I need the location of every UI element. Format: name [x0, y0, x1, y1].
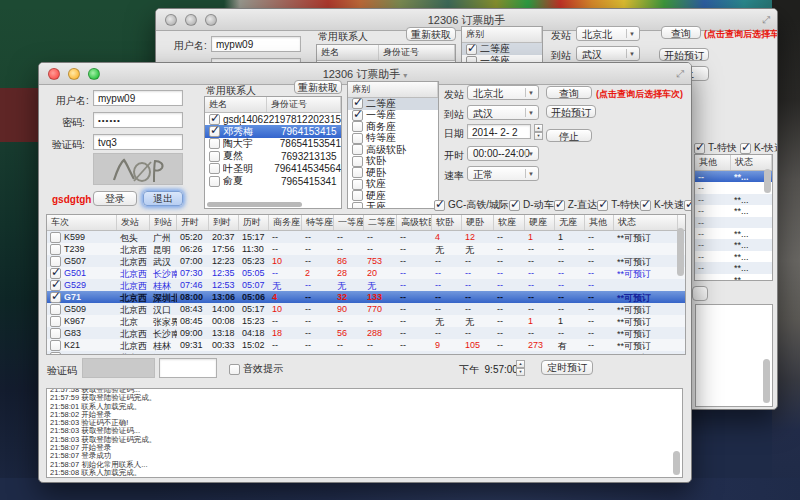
seat-class-item[interactable]: 高级软卧: [348, 144, 438, 156]
checkbox-icon[interactable]: [50, 244, 61, 255]
date-input[interactable]: 2014- 2- 2: [467, 124, 531, 139]
checkbox-checked-icon[interactable]: [684, 200, 692, 211]
back-train-row[interactable]: --**...: [695, 228, 772, 239]
checkbox-checked-icon[interactable]: [466, 44, 477, 55]
column-header[interactable]: 历时: [239, 215, 269, 230]
title-caret-icon[interactable]: ▾: [403, 71, 407, 80]
column-header[interactable]: 车次: [47, 215, 117, 230]
bottom-captcha-image[interactable]: [82, 358, 155, 378]
seat-class-item[interactable]: 硬座: [348, 190, 438, 202]
back-arrive-select[interactable]: 武汉▼: [576, 46, 640, 61]
column-header[interactable]: 高级软卧: [397, 215, 432, 230]
contact-row[interactable]: 叶圣明796414534564: [205, 163, 341, 175]
checkbox-icon[interactable]: [229, 364, 240, 375]
checkbox-checked-icon[interactable]: [50, 292, 61, 303]
depart-select[interactable]: 北京北▼: [467, 85, 539, 100]
captcha-input[interactable]: tvq3: [93, 134, 183, 150]
train-row[interactable]: G83北京西长沙南09:0013:1804:1818--56288-------…: [47, 327, 685, 339]
train-table[interactable]: 车次发站到站开时到时历时商务座特等座一等座二等座高级软卧软卧硬卧软座硬座无座其他…: [46, 214, 686, 355]
back-log-area[interactable]: [695, 304, 773, 407]
back-train-row[interactable]: --: [695, 217, 772, 228]
column-header[interactable]: 二等座: [364, 215, 397, 230]
column-header[interactable]: 硬座: [525, 215, 555, 230]
contact-row[interactable]: gsdgtgh140622197812202315: [205, 113, 341, 125]
train-type-checkbox[interactable]: D-动车: [509, 198, 554, 212]
train-row[interactable]: G511北京西汉口09:3314:5305:1021--110625------…: [47, 351, 685, 355]
checkbox-icon[interactable]: [50, 340, 61, 351]
contact-row[interactable]: 俞夏7965415341: [205, 175, 341, 187]
stop-button[interactable]: 停止: [546, 129, 592, 142]
column-header[interactable]: 发站: [117, 215, 150, 230]
checkbox-icon[interactable]: [50, 352, 61, 356]
checkbox-icon[interactable]: [50, 316, 61, 327]
train-type-checkbox[interactable]: Z-直达: [554, 198, 597, 212]
train-row[interactable]: K21北京西桂林09:3100:3315:02----------9105--2…: [47, 339, 685, 351]
seat-class-item[interactable]: 无座: [348, 202, 438, 210]
contact-row[interactable]: 夏然7693213135: [205, 150, 341, 162]
seat-class-list[interactable]: 席别 二等座一等座商务座特等座高级软卧软卧硬卧软座硬座无座: [347, 81, 439, 209]
train-row[interactable]: T239北京西昆明06:2617:5611:30----------无无----…: [47, 243, 685, 255]
back-train-row[interactable]: --**...: [695, 262, 772, 273]
checkbox-icon[interactable]: [209, 138, 220, 149]
back-train-row[interactable]: --**...: [695, 171, 772, 182]
checkbox-icon[interactable]: [50, 328, 61, 339]
back-train-row[interactable]: --**: [695, 274, 772, 281]
table-scrollbar[interactable]: [677, 228, 684, 276]
checkbox-icon[interactable]: [209, 151, 220, 162]
log-area[interactable]: 21:57:58 获取登陆验证码...21:57:59 获取登陆验证码完成。21…: [46, 388, 683, 478]
checkbox-checked-icon[interactable]: [694, 143, 705, 154]
expand-icon[interactable]: ⤢: [676, 68, 684, 80]
contact-row[interactable]: 陶大宇78654153541: [205, 138, 341, 150]
back-train-row[interactable]: --**...: [695, 205, 772, 216]
checkbox-icon[interactable]: [352, 179, 363, 190]
speed-select[interactable]: 正常▼: [467, 166, 539, 181]
back-query-button[interactable]: 查询: [661, 26, 701, 39]
back-username-input[interactable]: mypw09: [211, 36, 301, 52]
back-depart-select[interactable]: 北京北▼: [576, 26, 640, 41]
checkbox-checked-icon[interactable]: [740, 143, 751, 154]
column-header[interactable]: 其他: [585, 215, 614, 230]
id-header[interactable]: 身份证号: [267, 97, 341, 112]
column-header[interactable]: 软座: [494, 215, 525, 230]
back-train-row[interactable]: --: [695, 182, 772, 193]
login-button[interactable]: 登录: [93, 191, 137, 206]
checkbox-icon[interactable]: [352, 144, 363, 155]
checkbox-checked-icon[interactable]: [554, 200, 565, 211]
train-row[interactable]: G529北京西桂林07:4612:5305:07无--无无-----------…: [47, 279, 685, 291]
train-type-checkbox[interactable]: K-快速: [640, 198, 684, 212]
column-header[interactable]: 无座: [555, 215, 585, 230]
train-type-checkbox[interactable]: T-特快: [597, 198, 640, 212]
back-book-button[interactable]: 开始预订: [659, 48, 709, 61]
checkbox-icon[interactable]: [352, 156, 363, 167]
column-header[interactable]: 软卧: [432, 215, 462, 230]
column-header[interactable]: 商务座: [269, 215, 302, 230]
refresh-contacts-button[interactable]: 重新获取: [294, 80, 342, 94]
checkbox-checked-icon[interactable]: [640, 200, 651, 211]
checkbox-icon[interactable]: [352, 121, 363, 132]
checkbox-icon[interactable]: [50, 256, 61, 267]
back-status-header[interactable]: 状态: [731, 155, 772, 170]
checkbox-icon[interactable]: [209, 176, 220, 187]
back-train-row[interactable]: --**...: [695, 194, 772, 205]
contact-row[interactable]: 邓秀梅7964153415: [205, 125, 341, 137]
arrive-select[interactable]: 武汉▼: [467, 105, 539, 120]
time-select[interactable]: 00:00--24:00▼: [467, 146, 539, 161]
log-scrollbar[interactable]: [673, 451, 680, 475]
checkbox-icon[interactable]: [352, 202, 363, 209]
checkbox-checked-icon[interactable]: [597, 200, 608, 211]
timer-book-button[interactable]: 定时预订: [541, 360, 593, 375]
back-train-table[interactable]: 其他 状态 --**...----**...--**...----**...--…: [694, 154, 773, 281]
column-header[interactable]: 一等座: [334, 215, 364, 230]
back-type-k-checkbox[interactable]: K-快速: [740, 141, 778, 155]
column-header[interactable]: 状态: [614, 215, 678, 230]
back-other-header[interactable]: 其他: [695, 155, 731, 170]
captcha-image[interactable]: [93, 153, 183, 185]
timer-time-field[interactable]: 下午 9:57:00: [459, 363, 518, 377]
checkbox-checked-icon[interactable]: [209, 126, 220, 137]
password-input[interactable]: ••••••: [93, 112, 183, 128]
contacts-hscrollbar[interactable]: [207, 202, 302, 207]
train-row[interactable]: G501北京西长沙南07:3012:3505:05--22820--------…: [47, 267, 685, 279]
train-row[interactable]: K599包头广州05:2020:3715:17----------412--11…: [47, 231, 685, 243]
checkbox-checked-icon[interactable]: [509, 200, 520, 211]
train-type-checkbox[interactable]: 其他: [684, 198, 692, 212]
